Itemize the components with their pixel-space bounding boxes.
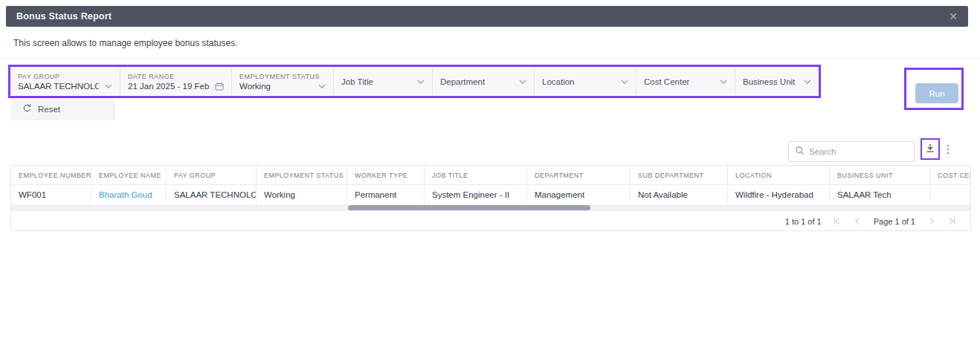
prev-page-icon[interactable] xyxy=(853,216,863,227)
cell-location: Wildfire - Hyderabad xyxy=(728,185,830,204)
filter-label: Location xyxy=(542,77,574,86)
last-page-icon[interactable] xyxy=(947,216,957,227)
column-label: EMPLOYEE NUMBER xyxy=(19,172,91,179)
column-header-pay-group[interactable]: PAY GROUP xyxy=(167,166,257,184)
column-label: JOB TITLE xyxy=(432,172,468,179)
filter-department[interactable]: Department xyxy=(433,68,535,95)
download-button[interactable] xyxy=(923,142,937,156)
overflow-menu-icon[interactable] xyxy=(943,143,953,155)
run-button[interactable]: Run xyxy=(915,83,958,103)
column-label: WORKER TYPE xyxy=(355,172,407,179)
reset-button[interactable]: Reset xyxy=(10,97,115,120)
reset-label: Reset xyxy=(38,105,60,114)
cell-department: Management xyxy=(527,185,631,204)
column-header-worker-type[interactable]: WORKER TYPE xyxy=(347,166,425,184)
column-label: EMPLOYEE NAME xyxy=(99,172,161,179)
cell-business-unit: SALAAR Tech xyxy=(830,185,930,204)
filter-value: Working xyxy=(239,82,271,91)
chevron-down-icon xyxy=(804,80,811,84)
column-label: SUB DEPARTMENT xyxy=(638,172,703,179)
cell-employee-number: WF001 xyxy=(11,185,91,204)
refresh-icon xyxy=(22,103,32,114)
page-indicator-text: Page 1 of 1 xyxy=(874,217,915,226)
filter-employment-status[interactable]: EMPLOYMENT STATUS Working xyxy=(232,68,334,95)
filter-cost-center[interactable]: Cost Center xyxy=(636,68,735,95)
calendar-icon xyxy=(215,82,224,91)
cell-worker-type: Permanent xyxy=(347,185,425,204)
chevron-down-icon xyxy=(720,80,727,84)
column-header-employee-number[interactable]: EMPLOYEE NUMBER xyxy=(11,166,91,184)
divider xyxy=(0,58,980,59)
column-header-sub-department[interactable]: SUB DEPARTMENT xyxy=(631,166,728,184)
close-icon[interactable]: ✕ xyxy=(949,11,958,22)
cell-employment-status: Working xyxy=(257,185,347,204)
filter-label: Department xyxy=(440,77,485,86)
employee-name-link[interactable]: Bharath Goud xyxy=(99,190,152,199)
download-icon xyxy=(925,143,935,155)
cell-pay-group: SALAAR TECHNOLOGIES xyxy=(167,185,257,204)
filter-label: PAY GROUP xyxy=(18,73,112,80)
search-input[interactable] xyxy=(809,147,908,156)
column-label: EMPLOYMENT STATUS xyxy=(264,172,344,179)
column-header-cost-center[interactable]: COST CENTER xyxy=(930,166,971,184)
filter-value: SALAAR TECHNOLOGIES xyxy=(18,82,99,91)
chevron-down-icon xyxy=(519,80,526,84)
table-footer: 1 to 1 of 1 Page 1 of 1 xyxy=(11,211,970,231)
cell-employee-name: Bharath Goud xyxy=(91,185,167,204)
chevron-down-icon xyxy=(417,80,425,84)
horizontal-scrollbar-track[interactable] xyxy=(11,204,970,211)
chevron-down-icon xyxy=(621,80,628,84)
horizontal-scrollbar-thumb[interactable] xyxy=(348,205,590,210)
column-header-business-unit[interactable]: BUSINESS UNIT xyxy=(830,166,930,184)
search-icon xyxy=(795,145,805,158)
table-header-row: EMPLOYEE NUMBER EMPLOYEE NAME PAY GROUP … xyxy=(11,166,970,185)
next-page-icon[interactable] xyxy=(926,216,936,227)
chevron-down-icon xyxy=(105,84,112,88)
cell-job-title: System Engineer - II xyxy=(425,185,527,204)
filter-location[interactable]: Location xyxy=(535,68,636,95)
column-header-department[interactable]: DEPARTMENT xyxy=(527,166,631,184)
column-header-employment-status[interactable]: EMPLOYMENT STATUS xyxy=(257,166,347,184)
report-table: EMPLOYEE NUMBER EMPLOYEE NAME PAY GROUP … xyxy=(10,165,971,231)
column-label: BUSINESS UNIT xyxy=(837,172,893,179)
column-label: LOCATION xyxy=(735,172,772,179)
column-header-location[interactable]: LOCATION xyxy=(728,166,830,184)
cell-cost-center xyxy=(930,185,971,204)
search-box[interactable] xyxy=(788,141,915,162)
table-row: WF001 Bharath Goud SALAAR TECHNOLOGIES W… xyxy=(11,185,970,204)
filter-label: Job Title xyxy=(341,77,373,86)
filter-date-range[interactable]: DATE RANGE 21 Jan 2025 - 19 Feb 2025 xyxy=(120,68,232,95)
row-range-text: 1 to 1 of 1 xyxy=(785,217,822,226)
screen-description: This screen allows to manage employee bo… xyxy=(13,38,238,48)
filter-label: EMPLOYMENT STATUS xyxy=(239,73,326,80)
column-label: COST CENTER xyxy=(938,172,971,179)
filter-label: Business Unit xyxy=(743,77,795,86)
filter-business-unit[interactable]: Business Unit xyxy=(735,68,819,95)
filter-label: Cost Center xyxy=(644,77,689,86)
dialog-titlebar: Bonus Status Report ✕ xyxy=(6,6,968,27)
first-page-icon[interactable] xyxy=(832,216,842,227)
filter-bar: PAY GROUP SALAAR TECHNOLOGIES DATE RANGE… xyxy=(10,68,819,95)
filter-label: DATE RANGE xyxy=(128,73,224,80)
filter-job-title[interactable]: Job Title xyxy=(334,68,433,95)
chevron-down-icon xyxy=(318,84,326,88)
column-label: PAY GROUP xyxy=(174,172,216,179)
filter-value: 21 Jan 2025 - 19 Feb 2025 xyxy=(128,82,210,91)
column-header-job-title[interactable]: JOB TITLE xyxy=(425,166,527,184)
filter-pay-group[interactable]: PAY GROUP SALAAR TECHNOLOGIES xyxy=(10,68,120,95)
cell-sub-department: Not Available xyxy=(631,185,728,204)
column-header-employee-name[interactable]: EMPLOYEE NAME xyxy=(91,166,167,184)
column-label: DEPARTMENT xyxy=(535,172,584,179)
page-title: Bonus Status Report xyxy=(16,11,112,22)
